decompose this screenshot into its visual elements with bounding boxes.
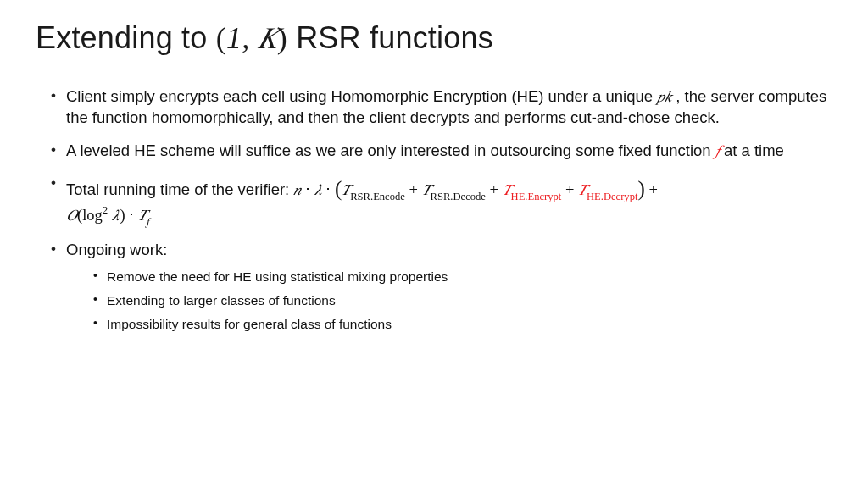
- math-plus: +: [486, 181, 503, 198]
- math-sub: RSR.Decode: [431, 191, 486, 202]
- title-paren-close: ): [277, 21, 287, 55]
- math-log: log: [82, 207, 103, 224]
- bullet-list: Client simply encrypts each cell using H…: [36, 86, 832, 333]
- bullet-text: Total running time of the verifier:: [66, 180, 293, 198]
- bullet-text: Client simply encrypts each cell using H…: [66, 87, 657, 105]
- bullet-item: Ongoing work: Remove the need for HE usi…: [51, 240, 832, 333]
- sub-bullet-item: Extending to larger classes of functions: [93, 291, 832, 310]
- math-sub: 𝑓: [147, 216, 150, 228]
- math-T: 𝑇: [422, 181, 431, 198]
- math-sub-red: HE.Decrypt: [587, 191, 637, 202]
- sub-bullet-text: Remove the need for HE using statistical…: [107, 269, 448, 284]
- sub-bullet-item: Impossibility results for general class …: [93, 315, 832, 334]
- title-paren-open: (: [216, 21, 226, 55]
- sub-bullet-item: Remove the need for HE using statistical…: [93, 268, 832, 286]
- sub-bullet-text: Extending to larger classes of functions: [107, 293, 336, 308]
- math-plus: +: [561, 181, 578, 198]
- math-sup: 2: [103, 203, 108, 216]
- math-O: 𝑂: [66, 207, 77, 224]
- bullet-text: A leveled HE scheme will suffice as we a…: [66, 141, 715, 159]
- math-T-red: 𝑇: [578, 181, 587, 198]
- bullet-item: Total running time of the verifier: 𝑛 ⋅ …: [51, 174, 832, 228]
- math-plus: +: [405, 181, 422, 198]
- math-sub: RSR.Encode: [350, 191, 405, 202]
- title-math: 1, 𝐾: [226, 21, 277, 55]
- math-T: 𝑇: [138, 207, 147, 224]
- math-pk: 𝑝𝑘: [657, 88, 671, 105]
- bullet-text: Ongoing work:: [66, 241, 167, 258]
- math-dot: ⋅: [125, 207, 138, 224]
- title-text-before: Extending to: [36, 20, 216, 55]
- bullet-item: A leveled HE scheme will suffice as we a…: [51, 141, 832, 162]
- math-lambda: 𝜆: [314, 181, 322, 198]
- bullet-item: Client simply encrypts each cell using H…: [51, 86, 832, 129]
- math-T-red: 𝑇: [503, 181, 511, 198]
- math-dot: ⋅: [301, 181, 314, 198]
- sub-bullet-list: Remove the need for HE using statistical…: [66, 268, 832, 333]
- math-dot: ⋅: [322, 181, 335, 198]
- slide-title: Extending to (1, 𝐾) RSR functions: [36, 20, 832, 56]
- paren-close: ): [637, 177, 644, 200]
- bullet-text: at a time: [720, 141, 784, 159]
- math-sub-red: HE.Encrypt: [511, 191, 562, 202]
- paren-open: (: [335, 177, 342, 200]
- title-text-after: RSR functions: [287, 20, 493, 55]
- math-plus: +: [645, 181, 658, 198]
- sub-bullet-text: Impossibility results for general class …: [107, 317, 392, 331]
- math-T: 𝑇: [342, 181, 350, 198]
